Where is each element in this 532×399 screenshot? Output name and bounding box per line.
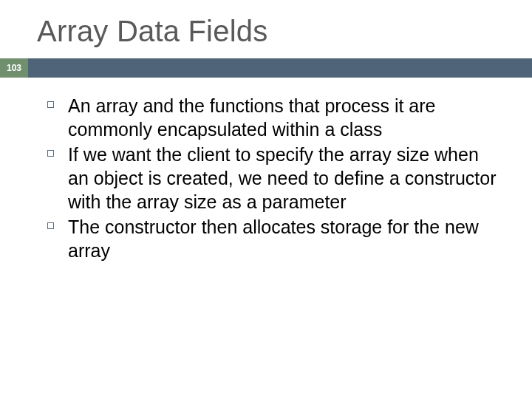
slide-body: An array and the functions that process … bbox=[0, 78, 532, 262]
list-item: An array and the functions that process … bbox=[44, 94, 502, 141]
list-item: If we want the client to specify the arr… bbox=[44, 143, 502, 214]
slide-title: Array Data Fields bbox=[0, 0, 532, 58]
bullet-list: An array and the functions that process … bbox=[44, 94, 502, 262]
slide: Array Data Fields 103 An array and the f… bbox=[0, 0, 532, 399]
accent-band: 103 bbox=[0, 58, 532, 78]
page-number-badge: 103 bbox=[0, 58, 28, 78]
list-item: The constructor then allocates storage f… bbox=[44, 215, 502, 262]
